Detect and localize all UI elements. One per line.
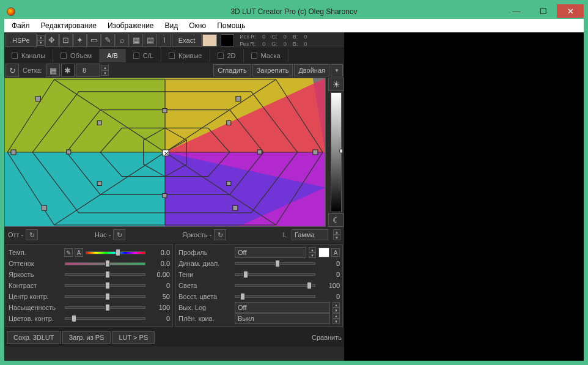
minimize-button[interactable]: — <box>503 4 530 18</box>
svg-marker-2 <box>5 78 165 152</box>
menu-edit[interactable]: Редактирование <box>36 20 101 31</box>
grid-shape-hex-icon[interactable]: ✱ <box>61 64 75 77</box>
image-preview-area[interactable] <box>344 32 584 361</box>
app-icon <box>7 7 15 16</box>
tab-2d[interactable]: 2D <box>210 49 244 62</box>
profile-color-swatch[interactable] <box>318 248 329 257</box>
auto-button[interactable]: A <box>75 248 83 257</box>
slider-handle[interactable] <box>72 315 76 322</box>
mode-down[interactable]: ▼ <box>37 40 45 46</box>
pin-button[interactable]: Закрепить <box>252 64 293 76</box>
grid-icon[interactable]: ▤ <box>144 34 157 47</box>
param-slider[interactable] <box>65 295 145 298</box>
luminance-handle[interactable] <box>339 149 343 153</box>
compare-button[interactable]: Сравнить <box>312 334 342 341</box>
tab-volume[interactable]: Объем <box>53 49 100 62</box>
hue-reset-icon[interactable]: ↻ <box>26 229 38 240</box>
eyedropper-icon[interactable]: ✎ <box>64 248 73 257</box>
param-slider[interactable] <box>235 284 315 287</box>
param-row: Тени0 <box>178 269 340 280</box>
slider-handle[interactable] <box>105 282 110 289</box>
slider-handle[interactable] <box>307 282 312 289</box>
tab-cl[interactable]: C/L <box>126 49 161 62</box>
param-slider[interactable] <box>65 273 145 276</box>
gridsize-up[interactable]: ▲ <box>101 65 109 70</box>
tab-ab[interactable]: A/B <box>100 49 126 62</box>
tab-curves[interactable]: Кривые <box>161 49 210 62</box>
color-mode-selector[interactable]: HSPe <box>6 37 36 44</box>
slider-handle[interactable] <box>243 271 248 278</box>
tab-channels[interactable]: Каналы <box>4 49 53 62</box>
close-button[interactable]: ✕ <box>557 4 584 18</box>
window-title: 3D LUT Creator Pro (c) Oleg Sharonov <box>230 7 357 16</box>
bright-reset-icon[interactable]: ↻ <box>214 229 226 240</box>
menu-help[interactable]: Помощь <box>212 20 250 31</box>
param-slider[interactable] <box>65 284 145 287</box>
param-slider[interactable] <box>65 306 145 309</box>
gamma-up[interactable]: ▲ <box>333 229 340 235</box>
select-tool-icon[interactable]: ⊡ <box>59 34 73 47</box>
param-row: Темп.✎A0.0 <box>9 247 170 258</box>
menu-window[interactable]: Окно <box>184 20 211 31</box>
sat-reset-icon[interactable]: ↻ <box>113 229 125 240</box>
profile-A-button[interactable]: A <box>331 248 340 257</box>
brightness-high-icon[interactable]: ☀ <box>328 78 344 91</box>
menu-view[interactable]: Вид <box>160 20 183 31</box>
grid-size-value[interactable]: 8 <box>76 67 92 74</box>
color-swatch[interactable] <box>202 34 217 46</box>
luminance-slider[interactable] <box>331 92 342 212</box>
tab-mask[interactable]: Маска <box>244 49 288 62</box>
param-slider[interactable] <box>235 262 315 265</box>
menu-file[interactable]: Файл <box>7 20 35 31</box>
grid-menu-dropdown[interactable]: ▼ <box>331 64 343 76</box>
move-tool-icon[interactable]: ✥ <box>45 34 59 47</box>
slider-handle[interactable] <box>105 293 110 300</box>
param-slider[interactable] <box>86 251 145 254</box>
svg-rect-25 <box>11 150 16 155</box>
param-slider[interactable] <box>65 262 145 265</box>
grid-label: Сетка: <box>20 67 45 74</box>
slider-handle[interactable] <box>105 271 110 278</box>
gridsize-down[interactable]: ▼ <box>101 70 109 76</box>
lut-to-ps-button[interactable]: LUT > PS <box>112 331 155 344</box>
grid-controls: ↻ Сетка: ▦ ✱ 8 ▲▼ Сгладить Закрепить Дво… <box>4 63 344 78</box>
gamma-down[interactable]: ▼ <box>333 235 340 240</box>
log-select[interactable]: Off <box>235 302 330 313</box>
param-slider[interactable] <box>65 317 145 320</box>
svg-rect-32 <box>227 182 231 186</box>
film-label: Плён. крив. <box>178 315 232 322</box>
zoom-fit-icon[interactable]: ▦ <box>130 34 143 47</box>
double-button[interactable]: Двойная <box>294 64 329 76</box>
zoom-icon[interactable]: ⌕ <box>116 34 129 47</box>
param-value: 0 <box>318 260 340 267</box>
marquee-tool-icon[interactable]: ▭ <box>87 34 101 47</box>
slider-handle[interactable] <box>275 260 280 267</box>
param-slider[interactable] <box>235 295 315 298</box>
slider-handle[interactable] <box>105 260 110 267</box>
svg-marker-3 <box>5 152 165 226</box>
param-label: Центр контр. <box>9 293 62 300</box>
slider-handle[interactable] <box>105 304 110 311</box>
slider-handle[interactable] <box>240 293 245 300</box>
menu-image[interactable]: Изображение <box>103 20 159 31</box>
toggle-icon[interactable]: I <box>158 34 171 47</box>
lasso-tool-icon[interactable]: ✦ <box>73 34 87 47</box>
color-grid-canvas[interactable]: ✕ <box>4 78 326 227</box>
param-slider[interactable] <box>235 273 315 276</box>
film-select[interactable]: Выкл <box>235 313 330 324</box>
profile-select[interactable]: Off <box>235 247 306 258</box>
slider-handle[interactable] <box>116 249 120 256</box>
save-3dlut-button[interactable]: Сохр. 3DLUT <box>7 331 61 344</box>
maximize-button[interactable]: ☐ <box>530 4 557 18</box>
load-from-ps-button[interactable]: Загр. из PS <box>62 331 111 344</box>
brightness-low-icon[interactable]: ☾ <box>328 213 344 227</box>
eyedropper-icon[interactable]: ✎ <box>101 34 115 47</box>
smooth-button[interactable]: Сгладить <box>213 64 251 76</box>
gamma-select[interactable]: Гамма <box>292 229 328 240</box>
param-row: Оттенок0.0 <box>9 258 170 269</box>
mode-up[interactable]: ▲ <box>37 35 45 40</box>
exact-label[interactable]: Exact <box>172 37 202 44</box>
grid-shape-square-icon[interactable]: ▦ <box>46 64 60 77</box>
param-value: 0 <box>148 315 170 322</box>
reset-icon[interactable]: ↻ <box>6 64 19 77</box>
